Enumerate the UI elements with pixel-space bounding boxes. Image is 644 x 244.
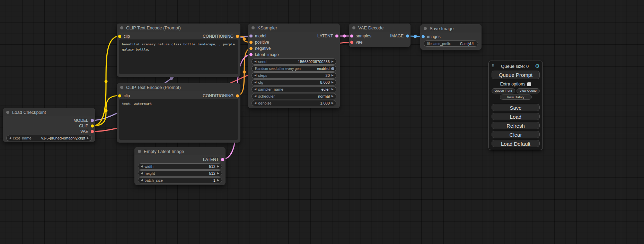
node-title-bar[interactable]: VAE Decode — [349, 24, 411, 32]
output-row: VAE — [3, 129, 95, 134]
clear-button[interactable]: Clear — [492, 131, 540, 138]
decrement-arrow-icon[interactable]: ◀ — [254, 81, 256, 84]
node-load-checkpoint[interactable]: Load Checkpoint MODEL CLIP VAE ◀ ckpt_na… — [3, 108, 95, 142]
height-widget[interactable]: ◀ height 512 ▶ — [138, 170, 222, 177]
widget-value: euler — [321, 87, 329, 91]
increment-arrow-icon[interactable]: ▶ — [332, 95, 334, 98]
increment-arrow-icon[interactable]: ▶ — [217, 165, 219, 168]
node-graph-canvas[interactable]: Load Checkpoint MODEL CLIP VAE ◀ ckpt_na… — [0, 0, 644, 244]
output-slot-conditioning[interactable] — [236, 35, 239, 38]
cfg-widget[interactable]: ◀ cfg 8.000 ▶ — [252, 79, 336, 85]
decrement-arrow-icon[interactable]: ◀ — [254, 60, 256, 63]
node-title-bar[interactable]: Save Image — [420, 24, 482, 33]
scheduler-widget[interactable]: ◀ scheduler normal ▶ — [252, 93, 336, 99]
drag-handle-icon[interactable]: ⠿ — [492, 64, 495, 69]
input-slot-clip[interactable] — [118, 94, 121, 98]
node-title-bar[interactable]: Load Checkpoint — [3, 108, 95, 116]
seed-widget[interactable]: ◀ seed 156680208700286 ▶ — [252, 58, 336, 65]
decrement-arrow-icon[interactable]: ◀ — [254, 74, 256, 77]
node-empty-latent-image[interactable]: Empty Latent Image LATENT ◀ width 512 ▶ … — [134, 147, 226, 185]
decrement-arrow-icon[interactable]: ◀ — [141, 165, 143, 168]
node-clip-text-encode-positive[interactable]: CLIP Text Encode (Prompt) clip CONDITION… — [117, 24, 240, 77]
input-slot-negative[interactable] — [249, 47, 253, 50]
ckpt-name-widget[interactable]: ◀ ckpt_name v1-5-pruned-emaonly.ckpt ▶ — [6, 135, 92, 141]
increment-arrow-icon[interactable]: ▶ — [217, 179, 219, 182]
sampler-name-widget[interactable]: ◀ sampler_name euler ▶ — [252, 86, 336, 92]
node-save-image[interactable]: Save Image images filename_prefix ComfyU… — [420, 24, 482, 50]
input-slot-samples[interactable] — [350, 35, 353, 38]
collapse-dot-icon[interactable] — [138, 150, 141, 153]
width-widget[interactable]: ◀ width 512 ▶ — [138, 163, 222, 170]
increment-arrow-icon[interactable]: ▶ — [332, 81, 334, 84]
node-vae-decode[interactable]: VAE Decode samples IMAGE vae — [349, 24, 411, 47]
output-slot-conditioning[interactable] — [236, 94, 239, 98]
slot-row: vae — [349, 39, 411, 45]
random-seed-toggle-widget[interactable]: Random seed after every gen enabled — [252, 65, 336, 72]
node-title-bar[interactable]: CLIP Text Encode (Prompt) — [117, 83, 240, 91]
decrement-arrow-icon[interactable]: ◀ — [141, 172, 143, 175]
output-slot-image[interactable] — [406, 35, 409, 38]
input-slot-clip[interactable] — [118, 35, 121, 38]
extra-options-row: Extra options — [492, 82, 540, 87]
widget-name: seed — [258, 60, 266, 64]
load-button[interactable]: Load — [492, 113, 540, 120]
filename-prefix-widget[interactable]: filename_prefix ComfyUI — [424, 40, 478, 47]
decrement-arrow-icon[interactable]: ◀ — [141, 179, 143, 182]
increment-arrow-icon[interactable]: ▶ — [332, 60, 334, 63]
decrement-arrow-icon[interactable]: ◀ — [254, 102, 256, 105]
output-slot-model[interactable] — [91, 119, 94, 122]
input-slot-positive[interactable] — [249, 41, 253, 44]
queue-front-button[interactable]: Queue Front — [492, 88, 515, 93]
save-button[interactable]: Save — [492, 104, 540, 111]
slot-row: clip CONDITIONING — [117, 33, 240, 40]
view-history-button[interactable]: View History — [500, 94, 532, 100]
node-title-bar[interactable]: CLIP Text Encode (Prompt) — [117, 24, 240, 32]
load-default-button[interactable]: Load Default — [492, 140, 540, 147]
collapse-dot-icon[interactable] — [252, 26, 255, 29]
input-slot-images[interactable] — [422, 35, 425, 38]
slot-rows: MODEL CLIP VAE ◀ ckpt_name v1-5-pruned-e… — [3, 116, 95, 141]
decrement-arrow-icon[interactable]: ◀ — [254, 88, 256, 91]
queue-prompt-button[interactable]: Queue Prompt — [492, 71, 540, 79]
node-title-bar[interactable]: Empty Latent Image — [134, 147, 226, 155]
input-slot-model[interactable] — [249, 35, 253, 38]
input-slot-latent-image[interactable] — [249, 53, 253, 56]
increment-arrow-icon[interactable]: ▶ — [332, 102, 334, 105]
collapse-dot-icon[interactable] — [424, 27, 427, 30]
increment-arrow-icon[interactable]: ▶ — [87, 137, 89, 139]
output-slot-clip[interactable] — [91, 125, 94, 128]
input-slot-vae[interactable] — [350, 41, 353, 44]
collapse-dot-icon[interactable] — [120, 86, 123, 89]
increment-arrow-icon[interactable]: ▶ — [217, 172, 219, 175]
refresh-button[interactable]: Refresh — [492, 122, 540, 129]
widget-name: Random seed after every gen — [255, 67, 301, 71]
batch-size-widget[interactable]: ◀ batch_size 1 ▶ — [138, 177, 222, 183]
node-title: VAE Decode — [358, 25, 383, 30]
collapse-dot-icon[interactable] — [352, 26, 355, 29]
output-slot-latent[interactable] — [335, 35, 338, 38]
prompt-textarea[interactable]: text, watermark — [119, 99, 238, 140]
output-slot-vae[interactable] — [91, 130, 94, 133]
node-ksampler[interactable]: KSampler model LATENT positive negative … — [248, 24, 340, 108]
decrement-arrow-icon[interactable]: ◀ — [254, 95, 256, 98]
output-slot-latent[interactable] — [221, 158, 224, 161]
denoise-widget[interactable]: ◀ denoise 1.000 ▶ — [252, 100, 336, 106]
slot-row: latent_image — [248, 52, 340, 58]
wire-dot-conditioning-negative — [243, 71, 246, 74]
settings-gear-icon[interactable]: ⚙ — [535, 64, 540, 69]
collapse-dot-icon[interactable] — [120, 26, 123, 29]
toggle-on-dot-icon[interactable] — [331, 67, 334, 70]
decrement-arrow-icon[interactable]: ◀ — [9, 137, 11, 139]
node-clip-text-encode-negative[interactable]: CLIP Text Encode (Prompt) clip CONDITION… — [117, 83, 240, 143]
increment-arrow-icon[interactable]: ▶ — [332, 74, 334, 77]
output-label-vae: VAE — [80, 129, 88, 134]
prompt-textarea[interactable]: beautiful scenery nature glass bottle la… — [119, 39, 238, 74]
collapse-dot-icon[interactable] — [6, 111, 9, 114]
extra-options-checkbox[interactable] — [527, 82, 531, 86]
increment-arrow-icon[interactable]: ▶ — [332, 88, 334, 91]
steps-widget[interactable]: ◀ steps 20 ▶ — [252, 72, 336, 79]
view-queue-button[interactable]: View Queue — [517, 88, 540, 93]
wire-dot-clip-negative — [105, 109, 108, 112]
wire-dot-latent-samples — [343, 35, 346, 38]
node-title-bar[interactable]: KSampler — [248, 24, 340, 32]
